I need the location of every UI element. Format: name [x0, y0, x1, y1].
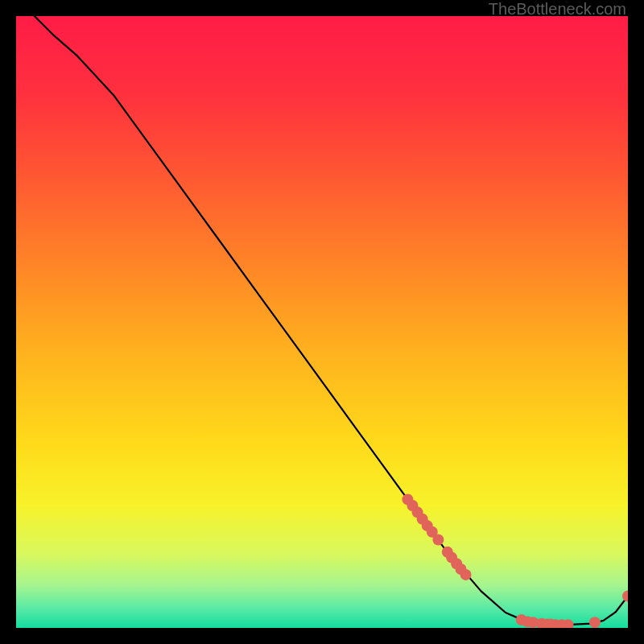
marker-dot [432, 535, 444, 546]
highlighted-points [402, 493, 628, 628]
chart-stage: TheBottleneck.com [0, 0, 644, 644]
chart-overlay [16, 16, 628, 628]
watermark-text: TheBottleneck.com [489, 0, 626, 19]
bottleneck-curve [35, 16, 628, 625]
marker-dot [460, 569, 472, 580]
plot-area [16, 16, 628, 628]
marker-dot [589, 617, 601, 628]
marker-dot [622, 590, 628, 601]
